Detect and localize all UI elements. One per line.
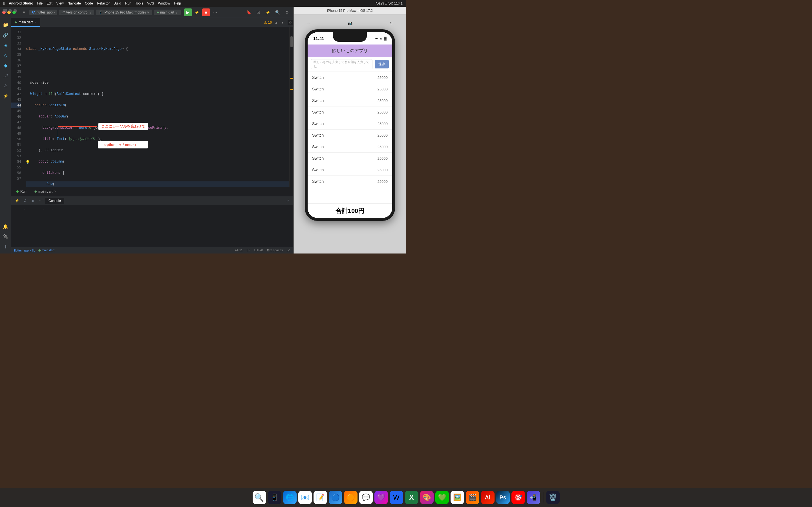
- more-button[interactable]: ⋯: [211, 8, 219, 16]
- signal-icon: ···: [375, 36, 378, 40]
- bookmarks-button[interactable]: 🔖: [245, 8, 253, 16]
- iphone-notch: [333, 32, 367, 42]
- run-config-label: main.dart: [160, 10, 174, 14]
- indent: ⊞ 2 spaces: [267, 248, 283, 252]
- warning-gutter-2: [290, 89, 293, 90]
- gutter-icon-1[interactable]: ◐: [288, 20, 293, 25]
- run-tab-close[interactable]: ✕: [54, 190, 56, 193]
- prev-error-button[interactable]: ▲: [273, 20, 279, 25]
- code-line-43: children: [: [26, 170, 293, 176]
- code-line-41: ), // AppBar: [26, 148, 293, 153]
- breadcrumb: flutter_app › lib › ◆ main.dart: [14, 248, 54, 252]
- search-button[interactable]: 🔍: [273, 8, 282, 16]
- list-item-6: Switch 25000: [308, 141, 392, 153]
- edit-menu[interactable]: Edit: [47, 1, 52, 5]
- sim-back-icon[interactable]: ←: [305, 19, 313, 27]
- code-menu[interactable]: Code: [85, 1, 93, 5]
- stop-button[interactable]: ■: [202, 8, 210, 16]
- settings-button[interactable]: ⚙: [283, 8, 291, 16]
- dart-icon[interactable]: ◇: [1, 51, 10, 60]
- android-studio-window: ≡ FA flutter_app › ⎇ Version control ∨ 📱…: [0, 7, 293, 253]
- scroll-thumb[interactable]: [290, 36, 293, 47]
- share-icon[interactable]: ⬆: [1, 242, 10, 251]
- view-menu[interactable]: View: [56, 1, 64, 5]
- app-name-menu[interactable]: Android Studio: [9, 1, 33, 5]
- source-icon[interactable]: 🔗: [1, 31, 10, 40]
- next-error-button[interactable]: ▼: [280, 20, 285, 25]
- refactor-menu[interactable]: Refactor: [97, 1, 110, 5]
- lightbulb-icon[interactable]: 💡: [26, 160, 30, 164]
- warning-indicator: ⚠ 16: [264, 20, 272, 24]
- sim-rotate-icon[interactable]: ↻: [387, 19, 395, 27]
- battery-icon: ▓: [384, 36, 387, 40]
- breadcrumb-file: ◆ main.dart: [38, 248, 54, 252]
- code-editor[interactable]: 31 32 33 34 35 36 37 38 39 40 41 42 43 4…: [11, 27, 293, 187]
- bottom-stop-icon[interactable]: ■: [29, 198, 36, 204]
- profile-button[interactable]: ⚡: [193, 8, 201, 16]
- bottom-refresh-icon[interactable]: ↺: [21, 198, 28, 204]
- git-icon[interactable]: ⎇: [1, 71, 10, 80]
- dart2-icon[interactable]: ◆: [1, 61, 10, 70]
- flutter-icon active[interactable]: ◈: [1, 41, 10, 50]
- lightning-button[interactable]: ⚡: [264, 8, 272, 16]
- console-dots: ·····: [15, 207, 290, 212]
- main-dart-run-tab[interactable]: ◆ main.dart ✕: [32, 188, 59, 194]
- device-selector[interactable]: 📱 iPhone 15 Pro Max (mobile) ∨: [96, 10, 152, 15]
- cursor-position: 44:11: [235, 248, 243, 252]
- terminal-icon[interactable]: ⚠: [1, 81, 10, 90]
- run-tab[interactable]: Run: [13, 188, 29, 194]
- breadcrumb-project: flutter_app: [14, 249, 29, 252]
- project-icon[interactable]: 📁: [1, 20, 10, 29]
- iphone-save-button[interactable]: 保存: [375, 60, 389, 68]
- run-button[interactable]: ▶: [184, 8, 192, 16]
- sim-dot-1: [3, 9, 7, 12]
- iphone-list: Switch 25000 Switch 25000 Switch 25000: [308, 72, 392, 203]
- hamburger-button[interactable]: ≡: [20, 8, 28, 16]
- todo-button[interactable]: ☑: [254, 8, 262, 16]
- navigate-menu[interactable]: Navigate: [68, 1, 81, 5]
- vcs-menu[interactable]: VCS: [147, 1, 154, 5]
- code-line-34: [26, 69, 293, 74]
- status-info: 44:11 LF UTF-8 ⊞ 2 spaces ⎇: [235, 248, 290, 252]
- run-menu[interactable]: Run: [125, 1, 132, 5]
- status-bar: flutter_app › lib › ◆ main.dart 44:11 LF: [11, 247, 293, 253]
- editor-body: 📁 🔗 ◈ ◇ ◆ ⎇ ⚠ ⚡ 🔔 🔌 ⬆ ◆ main.dar: [0, 18, 293, 253]
- code-line-32: class _MyHomePageState extends State<MyH…: [26, 46, 293, 52]
- code-line-38: appBar: AppBar(: [26, 114, 293, 119]
- simulator-panel: iPhone 15 Pro Max – iOS 17.2 ← 📷 ↻ 11:41…: [293, 7, 406, 253]
- sim-screenshot-icon[interactable]: 📷: [346, 19, 354, 27]
- list-item-1: Switch 25000: [308, 83, 392, 95]
- list-item-0: Switch 25000: [308, 72, 392, 83]
- tab-close-button[interactable]: ✕: [35, 20, 37, 24]
- code-line-44: Row(: [26, 181, 293, 187]
- main-dart-tab[interactable]: ◆ main.dart ✕: [11, 18, 40, 27]
- bottom-lightning-icon[interactable]: ⚡: [13, 198, 20, 204]
- list-item-8: Switch 25000: [308, 164, 392, 176]
- branch-label: Version control: [66, 10, 88, 14]
- console-tab[interactable]: Console: [45, 198, 64, 204]
- notification-icon[interactable]: 🔔: [1, 222, 10, 231]
- file-menu[interactable]: File: [37, 1, 43, 5]
- bottom-action-row: Run ◆ main.dart ✕: [11, 187, 293, 196]
- build-menu[interactable]: Build: [114, 1, 121, 5]
- expand-icon[interactable]: ⤢: [284, 198, 291, 204]
- project-selector[interactable]: FA flutter_app ›: [29, 10, 57, 15]
- list-item-9: Switch 25000: [308, 176, 392, 187]
- vcs-selector[interactable]: ⎇ Version control ∨: [59, 10, 94, 15]
- tools-menu[interactable]: Tools: [135, 1, 143, 5]
- help-menu[interactable]: Help: [174, 1, 181, 5]
- code-content[interactable]: class _MyHomePageState extends State<MyH…: [24, 27, 293, 187]
- apple-menu[interactable]: : [3, 1, 5, 6]
- plugin-icon[interactable]: 🔌: [1, 232, 10, 241]
- list-item-3: Switch 25000: [308, 107, 392, 118]
- scroll-gutter: [289, 27, 293, 187]
- run-config-selector[interactable]: ◆ main.dart ∨: [154, 10, 181, 15]
- list-item-4: Switch 25000: [308, 118, 392, 129]
- iphone-input-field[interactable]: 欲しいものを入力してね金額を入力してね: [311, 59, 372, 69]
- database-icon[interactable]: ⚡: [1, 91, 10, 100]
- editor-tab-bar: ◆ main.dart ✕ ⚠ 16 ▲ ▼: [11, 18, 293, 27]
- window-menu[interactable]: Window: [158, 1, 170, 5]
- mac-menubar:  Android Studio File Edit View Navigate…: [0, 0, 406, 7]
- code-line-35: @override: [26, 80, 293, 86]
- bottom-more-icon[interactable]: ⋯: [37, 198, 44, 204]
